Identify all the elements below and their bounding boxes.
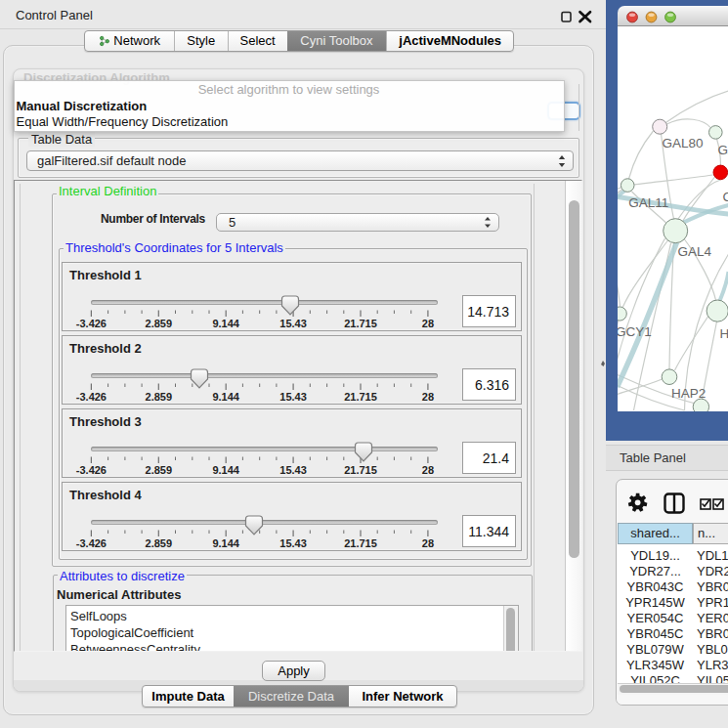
svg-text:GA: GA xyxy=(717,143,728,157)
svg-text:GAL80: GAL80 xyxy=(662,136,703,150)
svg-text:GCY1: GCY1 xyxy=(618,324,652,339)
svg-text:HI: HI xyxy=(719,326,728,341)
svg-text:GAL4: GAL4 xyxy=(677,244,711,259)
svg-text:HAP2: HAP2 xyxy=(671,386,706,401)
svg-text:CY: CY xyxy=(722,190,728,204)
svg-text:GAL11: GAL11 xyxy=(628,195,668,210)
